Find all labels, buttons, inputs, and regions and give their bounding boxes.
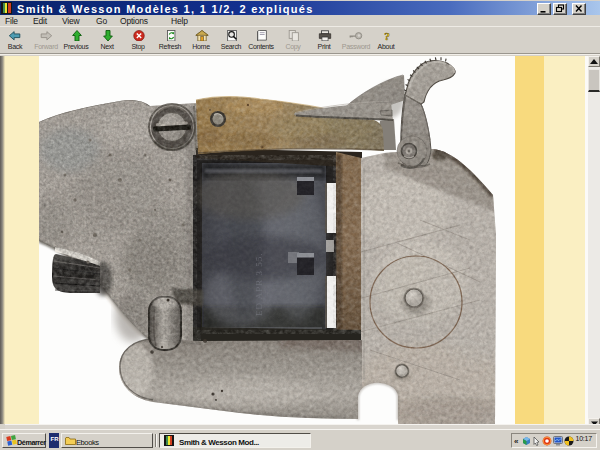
svg-text:?: ? — [384, 30, 390, 42]
